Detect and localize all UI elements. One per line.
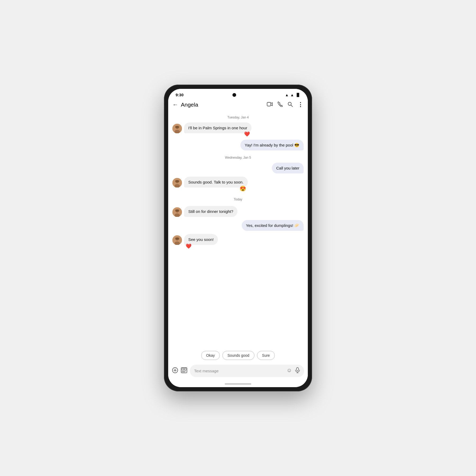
reaction-heart-red: ❤️	[186, 243, 191, 249]
svg-rect-10	[175, 180, 179, 182]
message-row: Sounds good. Talk to you soon. 😍	[172, 177, 304, 187]
quick-reply-sure[interactable]: Sure	[257, 351, 275, 360]
message-bubble: Still on for dinner tonight?	[184, 206, 237, 217]
search-icon[interactable]	[287, 102, 293, 108]
input-bar: Text message ☺	[168, 363, 308, 381]
svg-rect-14	[175, 209, 179, 212]
message-wrapper: Yay! I'm already by the pool 😎	[240, 140, 304, 150]
message-wrapper: I'll be in Palm Springs in one hour ❤️	[184, 122, 251, 133]
text-message-input[interactable]: Text message ☺	[190, 365, 304, 377]
home-bar	[225, 383, 251, 385]
message-row: Yay! I'm already by the pool 😎	[172, 140, 304, 150]
message-row: Still on for dinner tonight?	[172, 206, 304, 217]
input-placeholder: Text message	[194, 369, 219, 373]
message-row: Yes, excited for dumplings! 🥟	[172, 220, 304, 231]
message-wrapper: Sounds good. Talk to you soon. 😍	[184, 177, 248, 187]
media-button[interactable]	[181, 367, 187, 374]
avatar	[172, 235, 182, 245]
message-wrapper: See you soon! ❤️	[184, 234, 218, 245]
message-row: See you soon! ❤️	[172, 234, 304, 245]
more-options-icon[interactable]: ⋮	[298, 101, 304, 108]
message-wrapper: Still on for dinner tonight?	[184, 206, 237, 217]
status-icons: ▲ ▲ ▐▌	[285, 93, 300, 97]
chat-area: Tuesday, Jan 4 I'll be in Palm Springs i…	[168, 110, 308, 348]
front-camera	[232, 93, 236, 97]
avatar	[172, 207, 182, 217]
message-wrapper: Call you later	[272, 163, 304, 173]
reaction-heart: ❤️	[244, 131, 250, 137]
message-row: Call you later	[172, 163, 304, 173]
reaction-star-eyes: 😍	[240, 185, 246, 192]
message-bubble: Yay! I'm already by the pool 😎	[240, 140, 304, 150]
contact-name: Angela	[181, 102, 267, 108]
status-bar: 9:30 ▲ ▲ ▐▌	[168, 89, 308, 99]
message-row: I'll be in Palm Springs in one hour ❤️	[172, 122, 304, 133]
date-label-tuesday: Tuesday, Jan 4	[172, 116, 304, 119]
battery-icon: ▐▌	[296, 93, 300, 97]
message-bubble: Sounds good. Talk to you soon.	[184, 177, 248, 187]
avatar	[172, 178, 182, 187]
quick-replies: Okay Sounds good Sure	[168, 348, 308, 363]
message-bubble: Yes, excited for dumplings! 🥟	[242, 220, 304, 231]
svg-rect-18	[175, 237, 179, 240]
input-right-icons: ☺	[287, 367, 300, 374]
svg-rect-27	[296, 368, 299, 371]
back-button[interactable]: ←	[172, 101, 178, 108]
status-time: 9:30	[176, 93, 184, 97]
quick-reply-sounds-good[interactable]: Sounds good	[222, 351, 254, 360]
message-wrapper: Yes, excited for dumplings! 🥟	[242, 220, 304, 231]
svg-rect-0	[267, 102, 271, 106]
video-call-icon[interactable]	[267, 102, 273, 108]
svg-rect-6	[175, 126, 179, 128]
svg-rect-24	[184, 368, 186, 370]
message-bubble: I'll be in Palm Springs in one hour	[184, 122, 251, 133]
quick-reply-okay[interactable]: Okay	[201, 351, 220, 360]
home-indicator	[168, 381, 308, 387]
svg-rect-23	[182, 368, 184, 370]
avatar	[172, 124, 182, 133]
emoji-icon[interactable]: ☺	[287, 367, 292, 374]
date-label-wednesday: Wednesday, Jan 5	[172, 156, 304, 159]
wifi-icon: ▲	[285, 93, 289, 97]
phone-frame: 9:30 ▲ ▲ ▐▌ ← Angela	[164, 85, 312, 391]
message-bubble: Call you later	[272, 163, 304, 173]
svg-line-2	[291, 105, 292, 107]
app-bar: ← Angela	[168, 99, 308, 110]
add-attachment-button[interactable]	[172, 367, 178, 375]
signal-icon: ▲	[290, 93, 294, 97]
phone-call-icon[interactable]	[277, 102, 283, 108]
app-bar-actions: ⋮	[267, 101, 304, 108]
mic-icon[interactable]	[295, 367, 300, 374]
date-label-today: Today	[172, 198, 304, 201]
phone-screen: 9:30 ▲ ▲ ▐▌ ← Angela	[168, 89, 308, 387]
